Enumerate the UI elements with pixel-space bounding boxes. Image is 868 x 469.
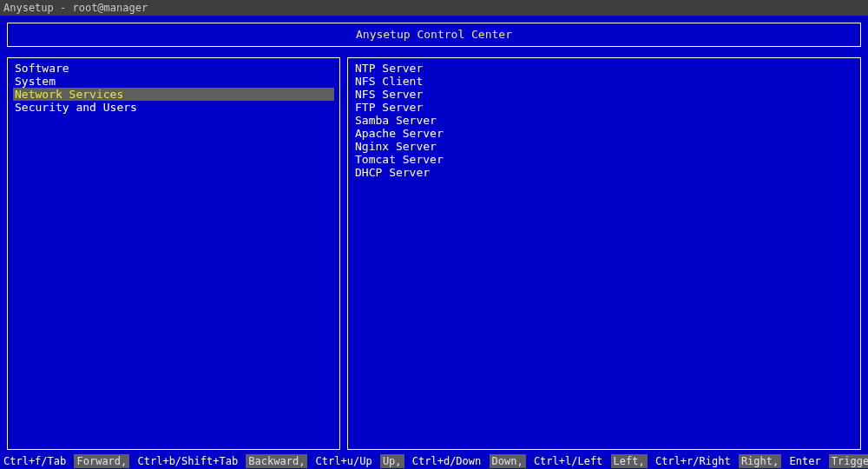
service-item[interactable]: NTP Server [353,62,855,75]
window-titlebar: Anysetup - root@manager [0,0,868,16]
hint-label: Trigger, [829,454,868,468]
hint-label: Forward, [74,454,129,468]
hint-label: Backward, [246,454,307,468]
hint-key: Ctrl+l/Left [532,454,604,468]
hint-key: Ctrl+r/Right [654,454,733,468]
service-item[interactable]: Apache Server [353,127,855,140]
hint-key: Ctrl+u/Up [314,454,374,468]
category-item[interactable]: System [13,75,334,88]
header-title: Anysetup Control Center [356,28,512,41]
header-box: Anysetup Control Center [7,23,861,47]
app-surface: Anysetup Control Center SoftwareSystemNe… [0,16,868,453]
service-item[interactable]: NFS Server [353,88,855,101]
category-item[interactable]: Security and Users [13,101,334,114]
service-item[interactable]: DHCP Server [353,166,855,179]
hint-key: Ctrl+b/Shift+Tab [136,454,240,468]
services-panel: NTP ServerNFS ClientNFS ServerFTP Server… [347,57,861,450]
service-item[interactable]: Nginx Server [353,140,855,153]
hint-label: Left, [611,454,648,468]
hint-key: Ctrl+f/Tab [2,454,68,468]
service-item[interactable]: FTP Server [353,101,855,114]
service-item[interactable]: Samba Server [353,114,855,127]
footer-hints: Ctrl+f/Tab Forward, Ctrl+b/Shift+Tab Bac… [0,453,868,469]
category-panel: SoftwareSystemNetwork ServicesSecurity a… [7,57,340,450]
service-item[interactable]: Tomcat Server [353,153,855,166]
hint-label: Down, [490,454,526,468]
hint-label: Up, [380,454,404,468]
window-title: Anysetup - root@manager [3,2,148,14]
hint-label: Right, [739,454,781,468]
hint-key: Enter [787,454,822,468]
category-item[interactable]: Network Services [13,88,334,101]
service-item[interactable]: NFS Client [353,75,855,88]
category-item[interactable]: Software [13,62,334,75]
hint-key: Ctrl+d/Down [411,454,483,468]
